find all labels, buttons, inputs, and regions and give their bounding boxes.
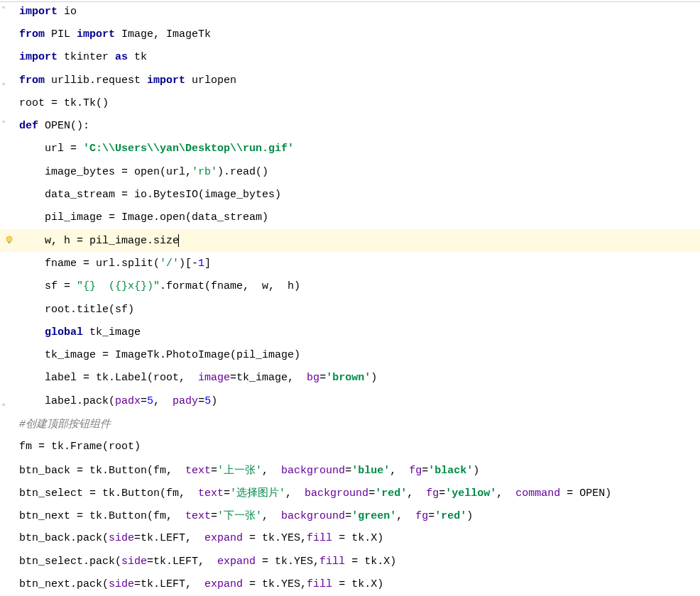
- gutter[interactable]: [0, 275, 18, 298]
- code-content[interactable]: data_stream = io.BytesIO(image_bytes): [18, 189, 700, 201]
- indent: [19, 372, 45, 384]
- code-content[interactable]: label.pack(padx=5, pady=5): [18, 395, 700, 407]
- code-content[interactable]: root = tk.Tk(): [18, 97, 700, 109]
- code-line[interactable]: btn_back = tk.Button(fm, text='上一张', bac…: [0, 458, 700, 481]
- gutter[interactable]: [0, 458, 18, 481]
- code-content[interactable]: image_bytes = open(url,'rb').read(): [18, 166, 700, 178]
- code-content[interactable]: w, h = pil_image.size: [18, 234, 700, 247]
- gutter[interactable]: [0, 92, 18, 114]
- code-content[interactable]: sf = "{} ({}x{})".format(fname, w, h): [18, 280, 700, 292]
- fold-open-icon[interactable]: ⌄: [0, 1, 7, 10]
- code-line[interactable]: btn_select = tk.Button(fm, text='选择图片', …: [0, 481, 700, 504]
- code-content[interactable]: fm = tk.Frame(root): [18, 441, 700, 453]
- code-line[interactable]: tk_image = ImageTk.PhotoImage(pil_image): [0, 343, 700, 366]
- code-content[interactable]: pil_image = Image.open(data_stream): [18, 211, 700, 224]
- gutter[interactable]: [0, 138, 18, 160]
- code-content[interactable]: btn_select.pack(side=tk.LEFT, expand = t…: [18, 556, 700, 568]
- code-line[interactable]: ⌄import io: [0, 0, 700, 23]
- code-line[interactable]: root.title(sf): [0, 298, 700, 321]
- code-token: root.title(sf): [45, 304, 134, 316]
- gutter[interactable]: [0, 183, 18, 206]
- gutter[interactable]: [0, 504, 18, 527]
- code-line[interactable]: from PIL import Image, ImageTk: [0, 23, 700, 45]
- gutter[interactable]: [0, 321, 18, 343]
- code-line[interactable]: btn_next = tk.Button(fm, text='下一张', bac…: [0, 504, 700, 527]
- gutter[interactable]: [0, 436, 18, 458]
- code-line[interactable]: ⌃ label.pack(padx=5, pady=5): [0, 390, 700, 412]
- code-content[interactable]: btn_back.pack(side=tk.LEFT, expand = tk.…: [18, 532, 700, 544]
- gutter[interactable]: ⌃: [0, 390, 18, 412]
- code-line[interactable]: ⌃from urllib.request import urlopen: [0, 69, 700, 92]
- code-token: =tk.LEFT,: [134, 578, 204, 590]
- code-content[interactable]: import io: [18, 6, 700, 18]
- code-line[interactable]: btn_select.pack(side=tk.LEFT, expand = t…: [0, 550, 700, 573]
- gutter[interactable]: ⌄: [0, 114, 18, 137]
- code-line[interactable]: label = tk.Label(root, image=tk_image, b…: [0, 367, 700, 390]
- code-token: ): [371, 372, 377, 384]
- code-content[interactable]: global tk_image: [18, 326, 700, 338]
- gutter[interactable]: [0, 527, 18, 550]
- gutter[interactable]: [0, 23, 18, 45]
- code-line[interactable]: sf = "{} ({}x{})".format(fname, w, h): [0, 275, 700, 298]
- code-line[interactable]: fname = url.split('/')[-1]: [0, 252, 700, 275]
- fold-close-icon[interactable]: ⌃: [0, 82, 7, 90]
- code-content[interactable]: fname = url.split('/')[-1]: [18, 258, 700, 270]
- code-token: background: [281, 465, 345, 477]
- code-line[interactable]: data_stream = io.BytesIO(image_bytes): [0, 183, 700, 206]
- code-token: =tk.LEFT,: [134, 532, 204, 544]
- svg-point-0: [6, 236, 12, 242]
- code-line[interactable]: ⌄def OPEN():: [0, 114, 700, 137]
- code-token: tk: [134, 51, 147, 63]
- gutter[interactable]: [0, 160, 18, 183]
- code-line[interactable]: pil_image = Image.open(data_stream): [0, 206, 700, 229]
- code-editor[interactable]: ⌄import iofrom PIL import Image, ImageTk…: [0, 0, 700, 596]
- code-token: open: [134, 166, 160, 178]
- gutter[interactable]: ⌃: [0, 69, 18, 92]
- gutter[interactable]: [0, 206, 18, 229]
- gutter[interactable]: ⌄: [0, 0, 18, 23]
- code-token: =: [319, 372, 326, 384]
- code-token: text: [185, 510, 211, 522]
- code-token: side: [109, 578, 134, 590]
- code-content[interactable]: from urllib.request import urlopen: [18, 74, 700, 87]
- code-line[interactable]: import tkinter as tk: [0, 46, 700, 69]
- code-line[interactable]: #创建顶部按钮组件: [0, 412, 700, 435]
- code-line[interactable]: fm = tk.Frame(root): [0, 436, 700, 458]
- gutter[interactable]: [0, 229, 18, 252]
- gutter[interactable]: [0, 367, 18, 390]
- gutter[interactable]: [0, 252, 18, 275]
- code-line[interactable]: btn_next.pack(side=tk.LEFT, expand = tk.…: [0, 573, 700, 595]
- code-token: image: [198, 372, 230, 384]
- fold-open-icon[interactable]: ⌄: [0, 116, 7, 124]
- code-content[interactable]: label = tk.Label(root, image=tk_image, b…: [18, 372, 700, 384]
- code-line[interactable]: global tk_image: [0, 321, 700, 343]
- gutter[interactable]: [0, 46, 18, 69]
- code-content[interactable]: #创建顶部按钮组件: [18, 417, 700, 431]
- code-line[interactable]: btn_back.pack(side=tk.LEFT, expand = tk.…: [0, 527, 700, 550]
- code-token: fill: [307, 578, 332, 590]
- code-content[interactable]: btn_select = tk.Button(fm, text='选择图片', …: [18, 486, 700, 500]
- code-token: tk_image = ImageTk.PhotoImage(pil_image): [45, 349, 300, 361]
- code-line[interactable]: w, h = pil_image.size: [0, 229, 700, 252]
- gutter[interactable]: [0, 550, 18, 573]
- fold-close-icon[interactable]: ⌃: [0, 402, 7, 411]
- code-line[interactable]: url = 'C:\\Users\\yan\Desktop\\run.gif': [0, 138, 700, 160]
- gutter[interactable]: [0, 412, 18, 435]
- gutter[interactable]: [0, 298, 18, 321]
- code-content[interactable]: tk_image = ImageTk.PhotoImage(pil_image): [18, 349, 700, 361]
- lightbulb-icon[interactable]: [4, 236, 14, 245]
- code-line[interactable]: image_bytes = open(url,'rb').read(): [0, 160, 700, 183]
- gutter[interactable]: [0, 573, 18, 595]
- gutter[interactable]: [0, 343, 18, 366]
- code-content[interactable]: import tkinter as tk: [18, 51, 700, 63]
- code-content[interactable]: btn_next.pack(side=tk.LEFT, expand = tk.…: [18, 578, 700, 590]
- code-content[interactable]: from PIL import Image, ImageTk: [18, 28, 700, 40]
- code-content[interactable]: url = 'C:\\Users\\yan\Desktop\\run.gif': [18, 143, 700, 155]
- gutter[interactable]: [0, 481, 18, 504]
- code-line[interactable]: root = tk.Tk(): [0, 92, 700, 114]
- code-content[interactable]: root.title(sf): [18, 304, 700, 316]
- code-content[interactable]: def OPEN():: [18, 120, 700, 132]
- code-content[interactable]: btn_next = tk.Button(fm, text='下一张', bac…: [18, 509, 700, 522]
- code-content[interactable]: btn_back = tk.Button(fm, text='上一张', bac…: [18, 463, 700, 477]
- code-token: root = tk.Tk(): [19, 97, 109, 109]
